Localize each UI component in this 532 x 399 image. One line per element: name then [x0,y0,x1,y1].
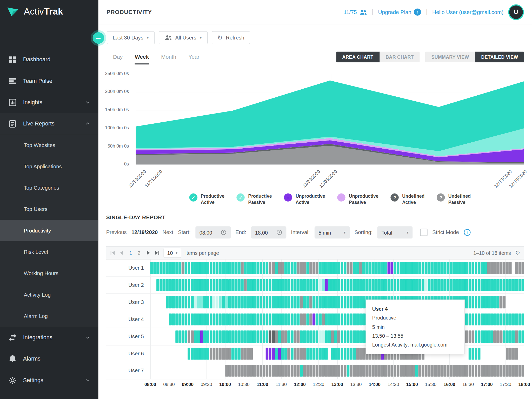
timeline-segment[interactable] [506,330,509,342]
timeline-segment[interactable] [471,348,474,360]
timeline-segment[interactable] [509,279,512,291]
page-1[interactable]: 1 [128,250,134,256]
timeline-segment[interactable] [197,279,200,291]
user-greeting[interactable]: Hello User (user@gmail.com) [432,9,503,15]
timeline-segment[interactable] [197,348,200,360]
timeline-segment[interactable] [213,296,216,308]
timeline-segment[interactable] [378,279,381,291]
timeline-segment[interactable] [303,313,306,325]
timeline-segment[interactable] [210,348,212,360]
timeline-segment[interactable] [238,279,241,291]
timeline-segment[interactable] [512,279,515,291]
timeline-segment[interactable] [275,330,278,342]
timeline-segment[interactable] [475,296,477,308]
timeline-segment[interactable] [481,262,484,274]
upgrade-plan-link[interactable]: Upgrade Plan ↑ [378,9,421,16]
timeline-segment[interactable] [222,279,225,291]
sidebar-item-team-pulse[interactable]: Team Pulse [0,70,98,91]
timeline-segment[interactable] [288,348,290,360]
timeline-segment[interactable] [197,330,200,342]
timeline-segment[interactable] [235,313,237,325]
legend-item-unproductive-active[interactable]: –UnproductiveActive [284,193,325,205]
timeline-segment[interactable] [241,330,244,342]
timeline-segment[interactable] [503,365,506,376]
timeline-segment[interactable] [175,279,178,291]
timeline-segment[interactable] [459,279,462,291]
timeline-segment[interactable] [475,262,477,274]
timeline-segment[interactable] [266,330,269,342]
timeline-segment[interactable] [263,262,265,274]
sidebar-item-integrations[interactable]: Integrations [0,327,98,348]
timeline-segment[interactable] [172,262,175,274]
timeline-segment[interactable] [225,313,228,325]
timeline-segment[interactable] [434,262,437,274]
timeline-segment[interactable] [250,313,253,325]
legend-item-productive-active[interactable]: ✓ProductiveActive [189,193,224,205]
timeline-segment[interactable] [475,348,477,360]
sidebar-item-insights[interactable]: Insights [0,92,98,113]
timeline-segment[interactable] [191,330,194,342]
legend-item-productive-passive[interactable]: ✓ProductivePassive [237,193,272,205]
timeline-segment[interactable] [185,296,188,308]
page-2[interactable]: 2 [136,250,142,256]
timeline-segment[interactable] [496,279,499,291]
timeline-segment[interactable] [325,279,328,291]
timeline-segment[interactable] [390,365,393,376]
timeline-segment[interactable] [362,296,365,308]
timeline-segment[interactable] [272,313,275,325]
timeline-segment[interactable] [471,313,474,325]
previous-day-button[interactable]: Previous [106,229,127,236]
timeline-segment[interactable] [328,279,331,291]
timeline-segment[interactable] [518,365,521,376]
timeline-segment[interactable] [406,279,409,291]
timeline-segment[interactable] [503,313,506,325]
timeline-segment[interactable] [263,330,265,342]
timeline-segment[interactable] [263,365,265,376]
timeline-segment[interactable] [275,279,278,291]
timeline-segment[interactable] [434,279,437,291]
timeline-segment[interactable] [496,330,499,342]
timeline-segment[interactable] [241,313,244,325]
timeline-segment[interactable] [241,262,244,274]
timeline-segment[interactable] [521,313,524,325]
timeline-segment[interactable] [194,262,197,274]
sidebar-item-top-applications[interactable]: Top Applications [0,156,98,177]
timeline-segment[interactable] [331,296,334,308]
timeline-segment[interactable] [440,262,443,274]
timeline-segment[interactable] [260,296,262,308]
timeline-segment[interactable] [203,330,206,342]
timeline-segment[interactable] [344,313,347,325]
timeline-segment[interactable] [191,279,194,291]
timeline-segment[interactable] [450,262,453,274]
timeline-segment[interactable] [222,262,225,274]
avatar[interactable]: U [508,4,524,20]
timeline-segment[interactable] [509,365,512,376]
timeline-segment[interactable] [353,262,356,274]
timeline-segment[interactable] [235,262,237,274]
timeline-segment[interactable] [350,348,353,360]
timeline-segment[interactable] [150,262,153,274]
refresh-icon[interactable]: ↻ [515,250,520,256]
timeline-segment[interactable] [228,365,231,376]
timeline-segment[interactable] [269,296,272,308]
timeline-segment[interactable] [337,279,340,291]
timeline-segment[interactable] [294,279,297,291]
timeline-segment[interactable] [228,348,231,360]
timeline-segment[interactable] [453,365,456,376]
timeline-segment[interactable] [300,365,303,376]
timeline-segment[interactable] [447,279,449,291]
timeline-segment[interactable] [169,262,172,274]
sidebar-item-top-categories[interactable]: Top Categories [0,177,98,198]
timeline-segment[interactable] [281,348,284,360]
timeline-segment[interactable] [353,296,356,308]
timeline-segment[interactable] [219,348,222,360]
timeline-segment[interactable] [447,365,449,376]
chart-plot[interactable] [136,74,524,165]
timeline-segment[interactable] [163,279,166,291]
timeline-segment[interactable] [157,279,159,291]
timeline-segment[interactable] [281,365,284,376]
timeline-segment[interactable] [484,296,487,308]
timeline-segment[interactable] [203,348,206,360]
timeline-segment[interactable] [175,330,178,342]
info-icon[interactable]: i [464,229,470,236]
